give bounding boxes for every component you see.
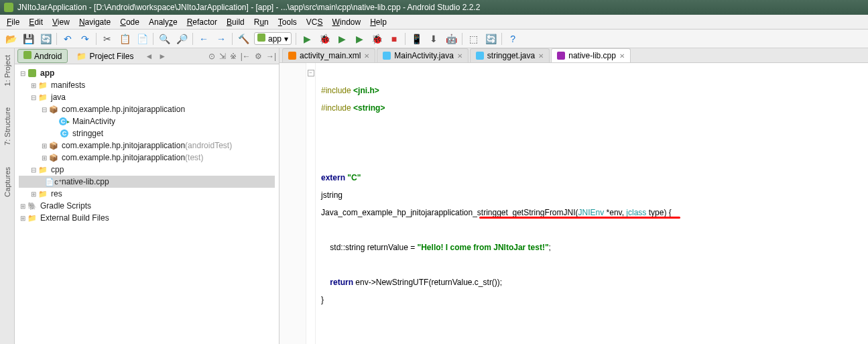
cut-icon[interactable]: ✂ — [101, 32, 114, 46]
tree-row-cpp[interactable]: ⊟cpp — [19, 164, 275, 176]
scroll-right-icon[interactable]: ► — [158, 52, 166, 61]
code-content[interactable]: #include <jni.h> #include <string> exter… — [316, 63, 677, 344]
tree-row-native-lib-cpp[interactable]: c⁺native-lib.cpp — [19, 176, 275, 188]
tree-row-java[interactable]: ⊟java — [19, 91, 275, 103]
close-icon[interactable]: ✕ — [457, 52, 462, 60]
tree-row-res[interactable]: ⊞res — [19, 188, 275, 200]
expand-icon[interactable]: ⊞ — [40, 154, 48, 162]
code-editor[interactable]: − #include <jni.h> #include <string> ext… — [280, 63, 868, 344]
find-icon[interactable]: 🔍 — [158, 32, 171, 46]
open-icon[interactable]: 📂 — [4, 32, 17, 46]
undo-icon[interactable]: ↶ — [61, 32, 74, 46]
stop-icon[interactable]: ■ — [387, 32, 401, 46]
editor-tab-MainActivity-java[interactable]: MainActivity.java✕ — [377, 48, 468, 62]
expand-icon[interactable]: ⊞ — [29, 190, 38, 198]
tree-row-Gradle-Scripts[interactable]: ⊞🐘Gradle Scripts — [19, 200, 275, 212]
scroll-left-icon[interactable]: ◄ — [142, 52, 156, 61]
tree-label: res — [51, 189, 62, 198]
attach-icon[interactable]: 🐞 — [370, 32, 383, 46]
scroll-icon[interactable]: |← — [241, 52, 251, 61]
coverage-icon[interactable]: ▶ — [335, 32, 349, 46]
monitor-icon[interactable]: 🤖 — [444, 32, 458, 46]
tree-label: com.example.hp.jnitojarapplication — [62, 153, 185, 162]
menu-window[interactable]: Window — [328, 16, 365, 28]
menu-vcs[interactable]: VCS — [302, 16, 327, 28]
editor-tab-native-lib-cpp[interactable]: native-lib.cpp✕ — [551, 48, 631, 62]
editor-tab-activity_main-xml[interactable]: activity_main.xml✕ — [282, 48, 375, 62]
separator — [96, 33, 97, 45]
sync-gradle-icon[interactable]: 🔄 — [484, 32, 497, 46]
make-icon[interactable]: 🔨 — [237, 32, 250, 46]
menu-analyze[interactable]: Analyze — [145, 16, 182, 28]
tree-row-External-Build-Files[interactable]: ⊞External Build Files — [19, 212, 275, 224]
tree-row-MainActivity[interactable]: C▸MainActivity — [19, 115, 275, 127]
tree-label: java — [51, 93, 66, 102]
sync-icon[interactable]: 🔄 — [39, 32, 52, 46]
menu-refactor[interactable]: Refactor — [183, 16, 221, 28]
target-icon[interactable]: ※ — [230, 52, 237, 61]
close-icon[interactable]: ✕ — [619, 52, 625, 60]
side-tab-structure[interactable]: 7: Structure — [2, 103, 13, 150]
expand-icon[interactable]: ⊟ — [40, 106, 48, 113]
side-tab-captures[interactable]: Captures — [2, 163, 13, 201]
replace-icon[interactable]: 🔎 — [175, 32, 188, 46]
fold-gutter: − — [306, 63, 316, 344]
menu-view[interactable]: View — [48, 16, 74, 28]
profile-icon[interactable]: ▶ — [353, 32, 366, 46]
panel-tab-project-files[interactable]: 📁 Project Files — [70, 50, 139, 63]
tree-row-manifests[interactable]: ⊞manifests — [19, 79, 275, 91]
expand-icon[interactable]: ⊟ — [19, 70, 27, 77]
file-type-icon — [288, 52, 296, 60]
tab-label: MainActivity.java — [394, 51, 453, 60]
forward-icon[interactable]: → — [214, 32, 228, 46]
project-tree[interactable]: ⊟app⊞manifests⊟java⊟com.example.hp.jnito… — [15, 64, 279, 227]
panel-header: Android 📁 Project Files ◄ ► ⊙ ⇲ ※ |← ⚙ →… — [15, 48, 279, 64]
tree-label: MainActivity — [72, 117, 115, 126]
close-icon[interactable]: ✕ — [364, 52, 369, 60]
expand-icon[interactable]: ⊞ — [29, 82, 38, 89]
panel-tab-android[interactable]: Android — [17, 49, 68, 63]
menu-run[interactable]: Run — [250, 16, 273, 28]
expand-icon[interactable]: ⊟ — [29, 166, 38, 174]
debug-icon[interactable]: 🐞 — [318, 32, 331, 46]
expand-icon[interactable]: ⇲ — [219, 52, 226, 61]
run-icon[interactable]: ▶ — [300, 32, 314, 46]
collapse-icon[interactable]: ⊙ — [208, 52, 215, 61]
avd-icon[interactable]: 📱 — [410, 32, 423, 46]
copy-icon[interactable]: 📋 — [118, 32, 131, 46]
menu-build[interactable]: Build — [223, 16, 249, 28]
titlebar: JNItoJarApplication - [D:\Android\worksp… — [0, 0, 868, 15]
tree-row-app[interactable]: ⊟app — [19, 67, 275, 79]
expand-icon[interactable]: ⊞ — [19, 215, 27, 222]
tree-row-com-example-hp-jnitojarapplication[interactable]: ⊟com.example.hp.jnitojarapplication — [19, 103, 275, 115]
paste-icon[interactable]: 📄 — [135, 32, 149, 46]
menu-help[interactable]: Help — [366, 16, 391, 28]
structure-icon[interactable]: ⬚ — [467, 32, 480, 46]
settings-icon[interactable]: ⚙ — [255, 52, 262, 61]
editor-area: activity_main.xml✕MainActivity.java✕stri… — [280, 48, 868, 344]
menu-edit[interactable]: Edit — [25, 16, 47, 28]
tree-row-com-example-hp-jnitojarapplication[interactable]: ⊞com.example.hp.jnitojarapplication (tes… — [19, 152, 275, 164]
tree-row-stringget[interactable]: Cstringget — [19, 127, 275, 139]
menu-file[interactable]: File — [3, 16, 23, 28]
left-tool-window-bar: 1: Project 7: Structure Captures — [0, 48, 15, 344]
menu-code[interactable]: Code — [116, 16, 143, 28]
fold-marker[interactable]: − — [308, 70, 314, 76]
hide-icon[interactable]: →| — [266, 52, 276, 61]
expand-icon[interactable]: ⊟ — [29, 94, 38, 101]
editor-tab-stringget-java[interactable]: stringget.java✕ — [470, 48, 550, 62]
close-icon[interactable]: ✕ — [538, 52, 544, 60]
back-icon[interactable]: ← — [197, 32, 210, 46]
sdk-icon[interactable]: ⬇ — [427, 32, 440, 46]
menu-navigate[interactable]: Navigate — [75, 16, 115, 28]
side-tab-project[interactable]: 1: Project — [2, 51, 13, 90]
save-icon[interactable]: 💾 — [21, 32, 35, 46]
run-config-select[interactable]: app ▾ — [254, 32, 292, 45]
tree-row-com-example-hp-jnitojarapplication[interactable]: ⊞com.example.hp.jnitojarapplication (and… — [19, 139, 275, 152]
help-icon[interactable]: ? — [506, 32, 519, 46]
menu-tools[interactable]: Tools — [274, 16, 301, 28]
expand-icon[interactable]: ⊞ — [19, 203, 27, 210]
expand-icon[interactable]: ⊞ — [40, 142, 48, 150]
project-panel: Android 📁 Project Files ◄ ► ⊙ ⇲ ※ |← ⚙ →… — [15, 48, 280, 344]
redo-icon[interactable]: ↷ — [78, 32, 92, 46]
